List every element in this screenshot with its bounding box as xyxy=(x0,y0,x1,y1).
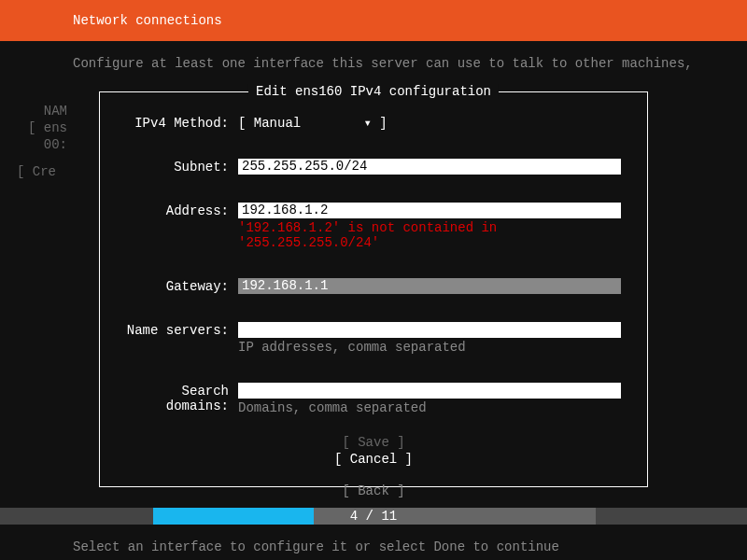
name-servers-label: Name servers: xyxy=(117,322,238,338)
progress-track: 4 / 11 xyxy=(0,508,747,525)
name-servers-hint: IP addresses, comma separated xyxy=(238,340,630,355)
instruction-text: Configure at least one interface this se… xyxy=(0,41,747,82)
search-domains-label: Search domains: xyxy=(117,383,238,413)
bg-line: [ ens xyxy=(28,119,67,136)
gateway-label: Gateway: xyxy=(117,278,238,294)
page-title: Network connections xyxy=(73,13,222,28)
method-label: IPv4 Method: xyxy=(117,115,238,131)
bg-line: NAM xyxy=(28,103,67,119)
header: Network connections xyxy=(0,0,747,41)
bg-create-line: [ Cre xyxy=(17,164,56,179)
subnet-label: Subnet: xyxy=(117,159,238,175)
search-domains-input[interactable] xyxy=(238,383,621,399)
progress-text: 4 / 11 xyxy=(0,509,747,524)
bg-line: 00: xyxy=(28,136,67,153)
address-error: '192.168.1.2' is not contained in '255.2… xyxy=(238,220,630,250)
save-button[interactable]: [ Save ] xyxy=(117,434,630,451)
address-label: Address: xyxy=(117,203,238,218)
search-domains-hint: Domains, comma separated xyxy=(238,400,630,415)
footer-hint: Select an interface to configure it or s… xyxy=(73,539,559,554)
subnet-input[interactable]: 255.255.255.0/24 xyxy=(238,159,621,175)
address-input[interactable]: 192.168.1.2 xyxy=(238,203,621,218)
ipv4-method-select[interactable]: [ Manual ▾ ] xyxy=(238,116,388,131)
dialog-title: Edit ens160 IPv4 configuration xyxy=(248,84,499,99)
ipv4-config-dialog: Edit ens160 IPv4 configuration IPv4 Meth… xyxy=(99,91,648,487)
name-servers-input[interactable] xyxy=(238,322,621,338)
cancel-button[interactable]: [ Cancel ] xyxy=(117,451,630,468)
chevron-down-icon: ▾ xyxy=(363,115,371,131)
gateway-input[interactable]: 192.168.1.1 xyxy=(238,278,621,294)
back-button[interactable]: [ Back ] xyxy=(0,483,747,498)
background-interface-list: NAM [ ens 00: xyxy=(28,103,67,153)
